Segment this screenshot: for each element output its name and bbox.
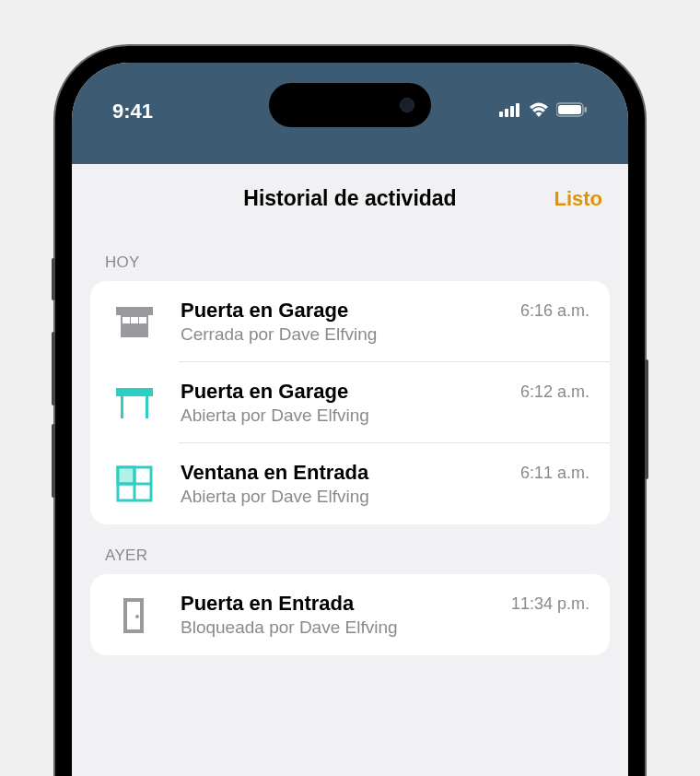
svg-rect-2 [510, 106, 514, 117]
cellular-icon [499, 102, 521, 121]
activity-item[interactable]: Puerta en Entrada Bloqueada por Dave Elf… [90, 574, 610, 655]
side-button [52, 332, 55, 406]
svg-rect-14 [146, 396, 148, 418]
item-subtitle: Abierta por Dave Elfving [181, 487, 498, 507]
done-button[interactable]: Listo [554, 187, 602, 211]
item-subtitle: Cerrada por Dave Elfving [181, 324, 498, 345]
svg-rect-6 [585, 107, 588, 112]
page-title: Historial de actividad [243, 186, 456, 211]
svg-rect-13 [121, 396, 123, 418]
today-card: Puerta en Garage Cerrada por Dave Elfvin… [90, 281, 610, 524]
item-subtitle: Abierta por Dave Elfving [181, 406, 498, 426]
item-title: Ventana en Entrada [181, 461, 498, 485]
battery-icon [556, 102, 588, 121]
item-time: 6:11 a.m. [520, 464, 589, 483]
activity-item[interactable]: Puerta en Garage Cerrada por Dave Elfvin… [90, 281, 610, 362]
svg-point-23 [135, 615, 139, 618]
activity-item[interactable]: Puerta en Garage Abierta por Dave Elfvin… [90, 362, 610, 443]
svg-rect-15 [123, 396, 146, 402]
item-title: Puerta en Entrada [181, 592, 489, 616]
garage-open-icon [111, 379, 158, 427]
svg-rect-11 [139, 317, 146, 323]
item-body: Puerta en Garage Cerrada por Dave Elfvin… [181, 299, 498, 345]
svg-rect-7 [116, 307, 153, 315]
side-button [52, 258, 55, 300]
activity-item[interactable]: Ventana en Entrada Abierta por Dave Elfv… [90, 443, 610, 524]
item-body: Puerta en Entrada Bloqueada por Dave Elf… [181, 592, 489, 638]
phone-frame: 9:41 Historial de actividad Listo [55, 46, 645, 776]
item-time: 6:16 a.m. [520, 301, 589, 321]
yesterday-card: Puerta en Entrada Bloqueada por Dave Elf… [90, 574, 610, 655]
item-time: 11:34 p.m. [511, 594, 589, 614]
garage-closed-icon [111, 298, 158, 346]
door-locked-icon [111, 591, 158, 639]
item-body: Ventana en Entrada Abierta por Dave Elfv… [181, 461, 498, 507]
item-title: Puerta en Garage [181, 299, 498, 323]
svg-rect-12 [116, 388, 153, 396]
svg-rect-17 [118, 467, 134, 484]
item-subtitle: Bloqueada por Dave Elfving [181, 617, 489, 638]
svg-rect-0 [499, 112, 503, 117]
camera-dot [400, 98, 414, 112]
section-header-yesterday: AYER [72, 524, 628, 574]
item-time: 6:12 a.m. [520, 382, 589, 402]
screen: 9:41 Historial de actividad Listo [72, 63, 628, 776]
side-button [52, 424, 55, 498]
svg-rect-3 [516, 103, 519, 117]
dynamic-island [269, 83, 431, 127]
svg-rect-1 [505, 109, 508, 117]
svg-rect-10 [131, 317, 138, 323]
status-icons [477, 102, 588, 121]
item-title: Puerta en Garage [181, 380, 498, 404]
wifi-icon [529, 102, 549, 121]
svg-rect-9 [122, 317, 130, 323]
section-header-today: HOY [72, 231, 628, 281]
window-open-icon [111, 460, 158, 508]
nav-header: Historial de actividad Listo [72, 164, 628, 231]
status-time: 9:41 [112, 100, 223, 123]
side-button [645, 359, 648, 479]
svg-rect-5 [558, 105, 581, 114]
item-body: Puerta en Garage Abierta por Dave Elfvin… [181, 380, 498, 426]
